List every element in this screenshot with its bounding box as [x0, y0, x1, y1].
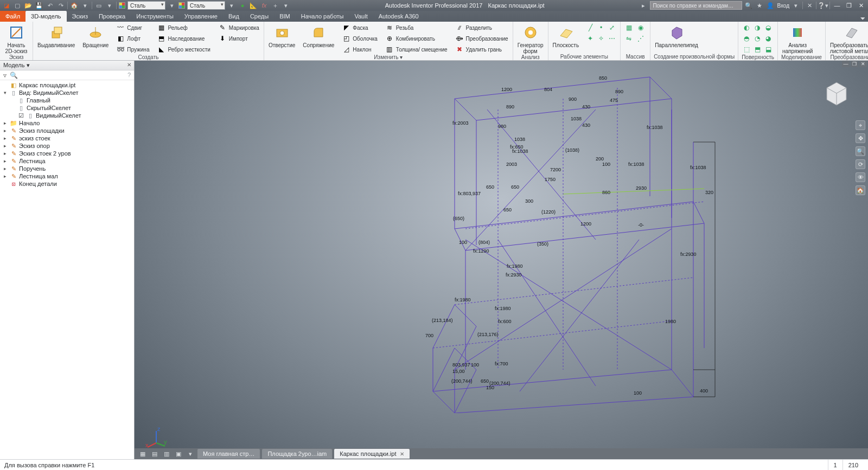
- thicken-button[interactable]: ▥Толщина/ смещение: [384, 44, 449, 54]
- draft-button[interactable]: ◿Наклон: [341, 44, 379, 54]
- nav-zoom-icon[interactable]: 🔍: [856, 146, 865, 156]
- window-restore-icon[interactable]: ❐: [844, 1, 854, 10]
- app-drop-icon[interactable]: ▾: [227, 1, 236, 10]
- surf6-icon[interactable]: ◕: [763, 34, 773, 43]
- tree-node[interactable]: ▯Главный: [2, 96, 134, 104]
- nav-left-icon[interactable]: ▸: [639, 1, 648, 10]
- freeform-box-button[interactable]: Параллелепипед: [654, 23, 699, 48]
- split-button[interactable]: ⫽Разделить: [454, 23, 509, 33]
- qa-open-icon[interactable]: 📂: [24, 1, 33, 10]
- browser-header[interactable]: Модель ▾ ✕ ?: [0, 61, 134, 70]
- nav-orbit-icon[interactable]: ⟳: [856, 159, 865, 169]
- rect-pattern-icon[interactable]: ▦: [624, 23, 634, 33]
- revolve-button[interactable]: Вращение: [81, 23, 110, 48]
- tree-node[interactable]: ▸✎Эскиз опор: [2, 142, 134, 150]
- star-icon[interactable]: ★: [755, 1, 764, 10]
- viewcube[interactable]: [821, 77, 852, 107]
- tree-node[interactable]: ☑▯ВидимыйСкелет: [2, 112, 134, 119]
- tree-node[interactable]: ◧Каркас площадки.ipt: [2, 81, 134, 89]
- tree-node[interactable]: ▾▯Вид: ВидимыйСкелет: [2, 89, 134, 96]
- appearance-combo[interactable]: Сталь: [187, 1, 225, 10]
- browser-help-icon[interactable]: ?: [127, 72, 131, 78]
- thread-button[interactable]: ≋Резьба: [384, 23, 449, 33]
- tab-file[interactable]: Файл: [0, 11, 25, 22]
- qa-save-icon[interactable]: 💾: [35, 1, 43, 10]
- material-combo[interactable]: Сталь: [127, 1, 165, 10]
- tab-inspect[interactable]: Проверка: [93, 11, 131, 22]
- derive-button[interactable]: ⬒Наследование: [156, 34, 211, 43]
- qa-fx-icon[interactable]: fx: [260, 1, 269, 10]
- sheetmetal-button[interactable]: Преобразовать в листовой металл: [829, 23, 868, 54]
- tab-view[interactable]: Вид: [223, 11, 245, 22]
- rib-button[interactable]: ◣Ребро жесткости: [156, 44, 211, 54]
- hole-button[interactable]: Отверстие: [267, 23, 296, 48]
- tree-node[interactable]: ▯СкрытыйСкелет: [2, 104, 134, 112]
- help-icon[interactable]: ❔▾: [819, 1, 827, 10]
- viewmode4-icon[interactable]: ▣: [174, 449, 183, 458]
- extrude-button[interactable]: Выдавливание: [36, 23, 76, 48]
- browser-close-icon[interactable]: ✕: [125, 61, 133, 68]
- qa-select-icon[interactable]: ▭: [94, 1, 103, 10]
- directedit-button[interactable]: ⟴Преобразование: [454, 34, 509, 43]
- point-icon[interactable]: •: [596, 23, 606, 33]
- qa-measure-icon[interactable]: 📐: [249, 1, 258, 10]
- tab-3dmodel[interactable]: 3D-модель: [25, 11, 66, 22]
- surf9-icon[interactable]: ⬓: [763, 44, 773, 54]
- tree-node[interactable]: ▸✎Эскиз стоек 2 уров: [2, 150, 134, 157]
- help-search-input[interactable]: Поиск по справке и командам…: [650, 1, 742, 10]
- window-close-icon[interactable]: ✕: [856, 1, 866, 10]
- wfmore3-icon[interactable]: ⋯: [607, 34, 617, 43]
- nav-wheel-icon[interactable]: ⌖: [856, 120, 865, 130]
- filter-icon[interactable]: ▿: [3, 72, 7, 79]
- import-button[interactable]: ⬇Импорт: [217, 34, 260, 43]
- mirror-icon[interactable]: ⇋: [624, 34, 634, 43]
- deleteface-button[interactable]: ✖Удалить грань: [454, 44, 509, 54]
- document-tab[interactable]: Моя главная стр…: [197, 449, 260, 459]
- app-icon[interactable]: ◪: [2, 1, 11, 10]
- tab-tools[interactable]: Инструменты: [131, 11, 179, 22]
- surf3-icon[interactable]: ◒: [763, 23, 773, 33]
- qa-new-icon[interactable]: ▢: [13, 1, 22, 10]
- mat-drop-icon[interactable]: ▾: [168, 1, 176, 10]
- surf7-icon[interactable]: ⬚: [742, 44, 751, 54]
- user-icon[interactable]: 👤: [766, 1, 775, 10]
- tree-node[interactable]: ▸✎Поручень: [2, 165, 134, 172]
- surf8-icon[interactable]: ⬒: [752, 44, 762, 54]
- qa-select2-icon[interactable]: ▾: [105, 1, 114, 10]
- qa-redo-icon[interactable]: ↷: [56, 1, 65, 10]
- surf2-icon[interactable]: ◑: [752, 23, 762, 33]
- tab-start[interactable]: Начало работы: [296, 11, 349, 22]
- chamfer-button[interactable]: ◤Фаска: [341, 23, 379, 33]
- emboss-button[interactable]: ✎Маркировка: [217, 23, 260, 33]
- shell-button[interactable]: ◰Оболочка: [341, 34, 379, 43]
- tab-collapse-icon[interactable]: ⏷: [857, 15, 868, 22]
- qa-undo-icon[interactable]: ↶: [46, 1, 54, 10]
- qa-check-icon[interactable]: ●: [238, 1, 247, 10]
- tab-close-icon[interactable]: ✕: [400, 451, 404, 457]
- nav-home-icon[interactable]: 🏠: [856, 185, 865, 195]
- fillet-button[interactable]: Сопряжение: [302, 23, 335, 48]
- coil-button[interactable]: ➿Пружина: [115, 44, 150, 54]
- tree-node[interactable]: ⦻Конец детали: [2, 180, 134, 188]
- search-icon[interactable]: 🔍: [744, 1, 753, 10]
- tree-node[interactable]: ▸✎Лестница: [2, 157, 134, 165]
- tab-vault[interactable]: Vault: [349, 11, 373, 22]
- tree-node[interactable]: ▸✎эскиз стоек: [2, 134, 134, 142]
- viewmode1-icon[interactable]: ▦: [138, 449, 148, 458]
- circ-pattern-icon[interactable]: ◉: [636, 23, 646, 33]
- sweep-button[interactable]: 〰Сдвиг: [115, 23, 150, 33]
- window-minimize-icon[interactable]: —: [832, 1, 842, 10]
- qa-dropdown-icon[interactable]: ▾: [81, 1, 90, 10]
- tab-env[interactable]: Среды: [245, 11, 274, 22]
- tree-node[interactable]: ▸✎Эскиз площадки: [2, 127, 134, 134]
- tree-node[interactable]: ▸✎Лестница мал: [2, 172, 134, 180]
- start-2d-sketch-button[interactable]: Начать 2D-эскиз: [3, 23, 29, 54]
- tab-a360[interactable]: Autodesk A360: [373, 11, 424, 22]
- signin-drop-icon[interactable]: ▾: [792, 1, 800, 10]
- qa-home-icon[interactable]: 🏠: [70, 1, 79, 10]
- stress-button[interactable]: Анализ напряжений: [781, 23, 814, 54]
- nav-pan-icon[interactable]: ✥: [856, 133, 865, 143]
- sketch-pattern-icon[interactable]: ⋰: [636, 34, 646, 43]
- surf5-icon[interactable]: ◔: [752, 34, 762, 43]
- axis-icon[interactable]: ╱: [585, 23, 595, 33]
